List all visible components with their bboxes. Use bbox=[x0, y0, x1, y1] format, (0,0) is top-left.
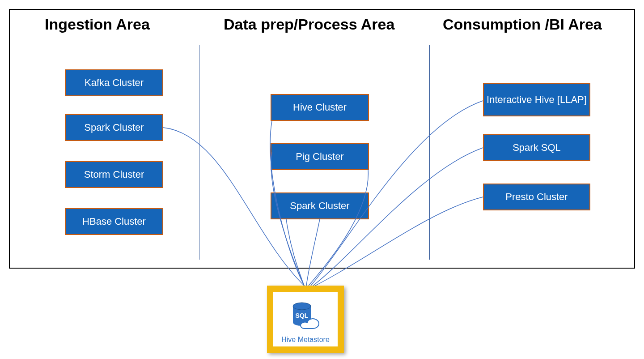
node-interactive-hive-llap: Interactive Hive [LLAP] bbox=[483, 83, 590, 116]
hive-metastore-label: Hive Metastore bbox=[281, 336, 330, 344]
node-storm-cluster: Storm Cluster bbox=[65, 161, 163, 188]
area-title-consume: Consumption /BI Area bbox=[443, 16, 602, 33]
divider-1 bbox=[199, 45, 199, 260]
node-hbase-cluster: HBase Cluster bbox=[65, 208, 163, 235]
node-hive-cluster: Hive Cluster bbox=[271, 94, 369, 121]
area-title-ingestion: Ingestion Area bbox=[45, 16, 150, 33]
node-spark-sql: Spark SQL bbox=[483, 134, 590, 161]
node-spark-cluster-ingestion: Spark Cluster bbox=[65, 114, 163, 141]
node-kafka-cluster: Kafka Cluster bbox=[65, 69, 163, 96]
hive-metastore: SQL Hive Metastore bbox=[267, 286, 344, 353]
area-title-process: Data prep/Process Area bbox=[224, 16, 394, 33]
node-spark-cluster-process: Spark Cluster bbox=[271, 192, 369, 219]
sql-icon-text: SQL bbox=[296, 312, 309, 319]
node-presto-cluster: Presto Cluster bbox=[483, 184, 590, 210]
sql-database-icon: SQL bbox=[288, 300, 323, 336]
divider-2 bbox=[429, 45, 430, 260]
node-pig-cluster: Pig Cluster bbox=[271, 143, 369, 170]
